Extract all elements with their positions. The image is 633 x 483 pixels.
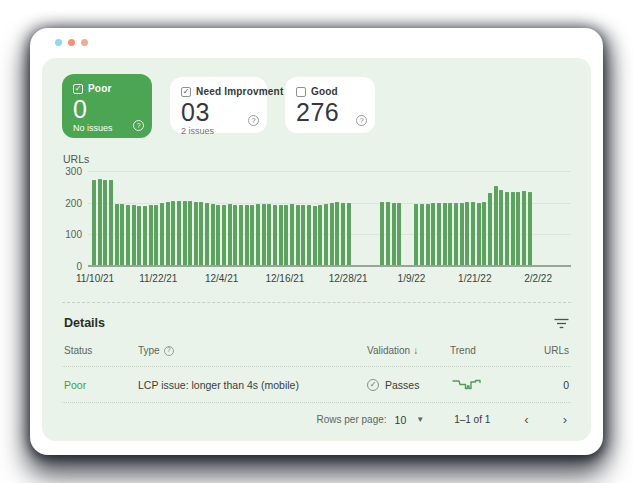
bar xyxy=(154,205,158,265)
bar xyxy=(324,204,328,265)
card-poor[interactable]: ✓ Poor 0 No issues ? xyxy=(62,74,152,138)
bar xyxy=(250,205,254,265)
bar xyxy=(488,193,492,265)
bar xyxy=(335,202,339,265)
y-axis: 300 200 100 0 xyxy=(62,170,88,266)
help-icon[interactable]: ? xyxy=(164,346,174,356)
dropdown-caret-icon[interactable]: ▼ xyxy=(416,415,424,424)
window-dot-salmon[interactable] xyxy=(68,39,75,46)
bar xyxy=(137,206,141,265)
bar xyxy=(171,201,175,265)
bar xyxy=(132,205,136,265)
trend-sparkline xyxy=(450,377,484,392)
window-dot-pink[interactable] xyxy=(81,39,88,46)
col-trend: Trend xyxy=(450,345,542,356)
bar xyxy=(222,205,226,265)
bar xyxy=(262,204,266,265)
status-cards: ✓ Poor 0 No issues ? ✓ Need Improvment 0… xyxy=(62,74,571,138)
bar xyxy=(386,202,390,265)
bar xyxy=(233,205,237,265)
card-caption: 2 issues xyxy=(181,126,256,136)
filter-icon[interactable] xyxy=(554,318,569,329)
bar xyxy=(516,192,520,265)
bar xyxy=(183,201,187,265)
bar xyxy=(216,205,220,265)
bar xyxy=(160,203,164,265)
table-header: Status Type ? Validation ↓ Trend URLs xyxy=(62,345,571,366)
bar xyxy=(471,202,475,265)
help-icon[interactable]: ? xyxy=(356,115,367,126)
help-icon[interactable]: ? xyxy=(133,120,144,131)
bar xyxy=(301,205,305,265)
bar xyxy=(307,205,311,265)
section-divider xyxy=(62,302,571,303)
card-good[interactable]: Good 276 ? xyxy=(285,77,375,133)
x-axis-labels: 11/10/2111/22/2112/4/2112/16/2112/28/211… xyxy=(88,273,571,287)
report-panel: ✓ Poor 0 No issues ? ✓ Need Improvment 0… xyxy=(42,58,591,441)
bar xyxy=(109,180,113,265)
checkbox-checked-icon[interactable]: ✓ xyxy=(181,87,191,97)
card-caption: No issues xyxy=(73,123,141,133)
chart-y-axis-title: URLs xyxy=(63,153,571,165)
col-validation[interactable]: Validation ↓ xyxy=(367,345,450,356)
y-tick: 200 xyxy=(65,198,82,209)
bar xyxy=(143,206,147,265)
table-row[interactable]: Poor LCP issue: longer than 4s (mobile) … xyxy=(62,367,571,402)
bar xyxy=(460,203,464,265)
next-page-icon[interactable]: › xyxy=(563,413,567,426)
bar xyxy=(347,203,351,265)
help-icon[interactable]: ? xyxy=(248,115,259,126)
details-title: Details xyxy=(64,316,105,330)
bar xyxy=(267,204,271,265)
x-axis-label: 11/22/21 xyxy=(129,273,187,284)
bar xyxy=(505,192,509,265)
bar xyxy=(313,206,317,265)
card-label: Poor xyxy=(88,83,112,94)
bar xyxy=(494,186,498,265)
bar xyxy=(296,205,300,265)
bar xyxy=(454,203,458,265)
urls-cell: 0 xyxy=(542,379,569,391)
rows-per-page-label: Rows per page: xyxy=(317,414,387,425)
pagination: Rows per page: 10 ▼ 1–1 of 1 ‹ › xyxy=(62,403,571,426)
y-tick: 300 xyxy=(65,166,82,177)
bar xyxy=(380,202,384,265)
bar xyxy=(92,180,96,266)
bars xyxy=(92,170,533,265)
rows-per-page-value[interactable]: 10 xyxy=(395,414,407,426)
app-window: ✓ Poor 0 No issues ? ✓ Need Improvment 0… xyxy=(30,28,603,455)
x-axis-label: 2/2/22 xyxy=(509,273,567,284)
bar xyxy=(392,203,396,265)
card-need-improvement[interactable]: ✓ Need Improvment 03 2 issues ? xyxy=(170,77,267,133)
bar xyxy=(482,202,486,265)
checkbox-unchecked-icon[interactable] xyxy=(296,87,306,97)
bar xyxy=(211,204,215,265)
bar xyxy=(528,192,532,265)
urls-bar-chart: URLs 300 200 100 0 11/10/2111/22/2112/4/… xyxy=(62,153,571,287)
bar xyxy=(443,203,447,265)
trend-cell xyxy=(450,377,542,392)
bar xyxy=(420,204,424,265)
prev-page-icon[interactable]: ‹ xyxy=(524,413,528,426)
bar xyxy=(188,201,192,265)
col-type: Type ? xyxy=(138,345,367,356)
bar xyxy=(166,202,170,265)
sort-arrow-down-icon: ↓ xyxy=(413,345,418,356)
bar xyxy=(239,205,243,265)
bar xyxy=(431,203,435,265)
bar xyxy=(199,202,203,265)
bar xyxy=(341,203,345,265)
bar xyxy=(245,205,249,265)
checkbox-checked-icon[interactable]: ✓ xyxy=(73,84,83,94)
window-dot-cyan[interactable] xyxy=(55,39,62,46)
bar xyxy=(115,204,119,265)
bar xyxy=(414,204,418,265)
bar xyxy=(120,204,124,265)
bar xyxy=(426,204,430,265)
x-axis-label: 11/10/21 xyxy=(66,273,124,284)
bar xyxy=(149,205,153,265)
y-tick: 100 xyxy=(65,229,82,240)
col-status: Status xyxy=(64,345,138,356)
card-value: 03 xyxy=(181,99,256,125)
plot-area xyxy=(88,170,571,266)
